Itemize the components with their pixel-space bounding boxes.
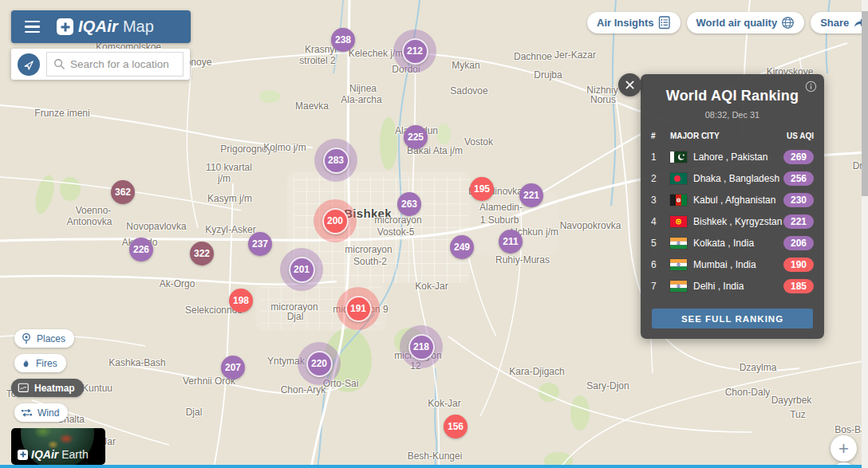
- aqi-marker[interactable]: 362: [111, 180, 135, 204]
- aqi-marker[interactable]: 237: [248, 232, 272, 256]
- iqair-earth-promo[interactable]: IQAir Earth: [11, 428, 105, 465]
- aqi-marker-value: 226: [129, 238, 153, 262]
- map-label: Sadovoe: [450, 85, 487, 96]
- info-icon[interactable]: [805, 81, 817, 96]
- air-insights-label: Air Insights: [597, 17, 654, 29]
- ranking-row[interactable]: 2Dhaka , Bangladesh256: [651, 167, 814, 189]
- bottom-accent-bar: [0, 465, 868, 468]
- city-name: Kabul , Afghanistan: [693, 195, 783, 206]
- country-flag-icon: [670, 195, 687, 206]
- aqi-marker[interactable]: 249: [450, 235, 474, 259]
- rank-number: 3: [651, 195, 670, 206]
- aqi-badge: 256: [783, 171, 814, 186]
- aqi-marker[interactable]: 225: [404, 125, 428, 149]
- ranking-row[interactable]: 6Mumbai , India190: [651, 254, 814, 275]
- place-pin-icon: [21, 332, 32, 344]
- map-label: microrayon: [374, 214, 421, 226]
- country-flag-icon: [670, 259, 687, 270]
- country-flag-icon: [670, 173, 687, 184]
- map-label: Mykan: [452, 60, 479, 71]
- see-full-ranking-button[interactable]: SEE FULL RANKING: [652, 309, 813, 328]
- scrollbar-thumb[interactable]: [862, 11, 868, 196]
- map-label: Kok-Jar: [415, 281, 448, 292]
- rank-number: 6: [651, 259, 670, 270]
- ranking-row[interactable]: 1Lahore , Pakistan269: [651, 146, 814, 167]
- aqi-marker[interactable]: 207: [221, 356, 245, 380]
- aqi-marker[interactable]: 201: [280, 248, 323, 291]
- wind-layer-button[interactable]: Wind: [14, 403, 68, 422]
- world-air-quality-button[interactable]: World air quality: [687, 12, 805, 33]
- rank-column-header: #: [651, 132, 670, 140]
- map-label: Kuntuu: [82, 383, 112, 394]
- navigation-arrow-icon: [22, 58, 35, 71]
- heatmap-label: Heatmap: [34, 383, 75, 394]
- scrollbar-track[interactable]: [862, 0, 868, 468]
- rank-number: 5: [651, 238, 670, 249]
- places-layer-button[interactable]: Places: [14, 329, 74, 348]
- map-label: microrayon: [345, 244, 392, 255]
- ranking-row[interactable]: 4Bishkek , Kyrgyzstan221: [651, 210, 814, 232]
- country-flag-icon: [670, 216, 687, 227]
- map-label: Voenno-: [76, 205, 112, 216]
- close-icon: [625, 80, 635, 90]
- aqi-marker[interactable]: 218: [400, 325, 443, 368]
- aqi-marker-value: 198: [229, 289, 253, 313]
- ranking-row[interactable]: 3Kabul , Afghanistan230: [651, 189, 814, 210]
- aqi-marker[interactable]: 322: [190, 242, 214, 265]
- map-label: Kyzyl-Asker: [205, 224, 255, 235]
- air-insights-button[interactable]: Air Insights: [587, 12, 681, 33]
- aqi-marker-value: 201: [289, 257, 315, 283]
- iqair-plus-icon: [18, 450, 28, 460]
- map-label: Frunze imeni: [34, 108, 89, 119]
- fires-layer-button[interactable]: Fires: [14, 354, 66, 372]
- aqi-marker-value: 195: [470, 177, 494, 201]
- ranking-timestamp: 08:32, Dec 31: [641, 110, 824, 120]
- heatmap-layer-button[interactable]: Heatmap: [11, 379, 84, 397]
- rank-number: 2: [651, 173, 670, 184]
- map-label: Vostok: [464, 136, 493, 147]
- aqi-marker[interactable]: 263: [397, 192, 421, 216]
- aqi-marker-value: 207: [221, 356, 245, 380]
- aqi-marker[interactable]: 283: [314, 139, 357, 182]
- map-label: Djal: [287, 311, 304, 322]
- map-label: Jer-Kazar: [554, 49, 596, 61]
- search-input[interactable]: Search for a location: [46, 52, 183, 77]
- aqi-marker[interactable]: 211: [499, 230, 523, 254]
- aqi-marker[interactable]: 156: [444, 415, 468, 439]
- city-name: Lahore , Pakistan: [693, 151, 783, 163]
- aqi-marker[interactable]: 212: [393, 29, 436, 73]
- aqi-marker[interactable]: 238: [331, 28, 355, 52]
- aqi-marker[interactable]: 198: [229, 289, 253, 313]
- aqi-column-header: US AQI: [787, 132, 814, 140]
- aqi-marker[interactable]: 195: [470, 177, 494, 201]
- aqi-marker-value: 200: [322, 208, 349, 234]
- aqi-marker-value: 237: [248, 232, 272, 256]
- aqi-badge: 221: [783, 214, 814, 229]
- heatmap-icon: [18, 382, 30, 394]
- top-right-toolbar: Air Insights World air quality Share: [587, 12, 868, 33]
- aqi-marker[interactable]: 191: [337, 287, 380, 330]
- aqi-marker[interactable]: 226: [129, 238, 153, 262]
- aqi-badge: 190: [783, 258, 814, 272]
- close-ranking-button[interactable]: [618, 73, 641, 96]
- aqi-marker[interactable]: 220: [298, 342, 341, 385]
- map-label: Drujba: [534, 69, 562, 81]
- share-button[interactable]: Share: [811, 12, 868, 33]
- zoom-in-button[interactable]: +: [831, 435, 857, 462]
- ranking-row[interactable]: 5Kolkata , India206: [651, 232, 814, 254]
- map-label: Nijnea: [349, 83, 377, 94]
- map-label: Navopokrovka: [560, 220, 621, 231]
- menu-button[interactable]: [25, 21, 40, 33]
- aqi-marker[interactable]: 221: [519, 183, 543, 207]
- iqair-logo: IQAir Map: [57, 18, 154, 36]
- aqi-badge: 269: [783, 150, 814, 164]
- world-air-quality-label: World air quality: [696, 17, 778, 29]
- map-label: Ruhiy-Muras: [495, 254, 550, 265]
- ranking-row[interactable]: 7Delhi , India185: [651, 275, 814, 297]
- locate-button[interactable]: [18, 53, 40, 76]
- country-flag-icon: [670, 238, 687, 249]
- country-flag-icon: [670, 151, 687, 163]
- aqi-marker-value: 191: [345, 296, 372, 322]
- aqi-marker[interactable]: 200: [314, 199, 357, 242]
- map-label: 1 Suburb: [480, 214, 519, 226]
